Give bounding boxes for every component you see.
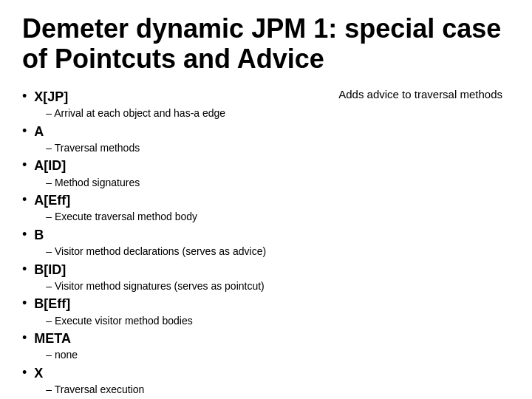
bullet-main: B[Eff] bbox=[34, 295, 192, 313]
advice-callout: Adds advice to traversal methods bbox=[338, 88, 502, 100]
bullet-main: B[ID] bbox=[34, 261, 264, 279]
bullet-dot: • bbox=[22, 365, 27, 381]
bullet-sub: Execute traversal method body bbox=[34, 210, 197, 225]
bullet-sub: Traversal methods bbox=[34, 141, 140, 156]
list-item: •XTraversal execution bbox=[22, 364, 510, 398]
list-item: •B[Eff]Execute visitor method bodies bbox=[22, 295, 510, 328]
list-item: •A[ID]Method signatures bbox=[22, 157, 510, 190]
bullet-content: METAnone bbox=[34, 330, 78, 363]
list-item: •BVisitor method declarations (serves as… bbox=[22, 226, 510, 259]
bullet-dot: • bbox=[22, 192, 27, 208]
bullet-sub: Visitor method declarations (serves as a… bbox=[34, 245, 266, 259]
bullet-dot: • bbox=[22, 89, 27, 104]
bullet-sub: Visitor method signatures (serves as poi… bbox=[34, 279, 264, 294]
bullet-main: A[Eff] bbox=[34, 191, 197, 210]
bullet-sub: Method signatures bbox=[34, 176, 140, 191]
bullet-main: A[ID] bbox=[34, 157, 140, 175]
bullet-content: A[Eff]Execute traversal method body bbox=[34, 191, 197, 225]
bullet-main: META bbox=[34, 330, 78, 348]
list-item: •B[ID]Visitor method signatures (serves … bbox=[22, 261, 510, 294]
bullet-dot: • bbox=[22, 123, 27, 139]
list-item: •ATraversal methods bbox=[22, 123, 510, 156]
bullet-main: X bbox=[34, 364, 144, 383]
slide: Demeter dynamic JPM 1: special case of P… bbox=[0, 0, 532, 399]
bullet-content: B[ID]Visitor method signatures (serves a… bbox=[34, 261, 264, 294]
bullet-main: A bbox=[34, 123, 140, 141]
bullet-content: ATraversal methods bbox=[34, 123, 140, 156]
bullet-main: B bbox=[34, 226, 266, 245]
bullet-content: X[JP]Arrival at each object and has-a ed… bbox=[34, 88, 225, 121]
bullet-sub: Arrival at each object and has-a edge bbox=[34, 106, 225, 121]
list-item: •METAnone bbox=[22, 330, 510, 363]
list-item: •A[Eff]Execute traversal method body bbox=[22, 191, 510, 225]
bullet-sub: Traversal execution bbox=[34, 383, 144, 398]
bullet-dot: • bbox=[22, 330, 27, 346]
bullet-sub: none bbox=[34, 348, 78, 363]
bullet-list: •X[JP]Arrival at each object and has-a e… bbox=[22, 88, 510, 399]
bullet-content: BVisitor method declarations (serves as … bbox=[34, 226, 266, 259]
content-area: Adds advice to traversal methods •X[JP]A… bbox=[22, 88, 510, 399]
bullet-content: B[Eff]Execute visitor method bodies bbox=[34, 295, 192, 328]
bullet-dot: • bbox=[22, 227, 27, 242]
slide-title: Demeter dynamic JPM 1: special case of P… bbox=[22, 13, 510, 75]
bullet-sub: Execute visitor method bodies bbox=[34, 314, 192, 329]
bullet-main: X[JP] bbox=[34, 88, 225, 106]
bullet-dot: • bbox=[22, 296, 27, 311]
bullet-content: XTraversal execution bbox=[34, 364, 144, 398]
bullet-dot: • bbox=[22, 262, 27, 277]
bullet-dot: • bbox=[22, 157, 27, 173]
bullet-content: A[ID]Method signatures bbox=[34, 157, 140, 190]
